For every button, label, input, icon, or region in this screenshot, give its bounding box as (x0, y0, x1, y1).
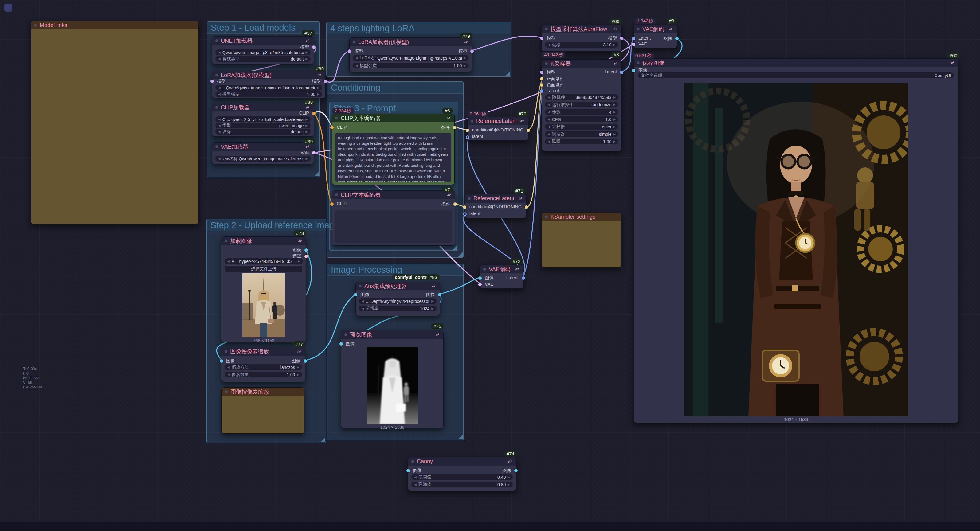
input-port-negative[interactable] (540, 83, 544, 87)
node-reference-latent-71[interactable]: ReferenceLatent conditioning CONDITIONIN… (465, 194, 527, 218)
node-header[interactable]: 保存图像 (634, 59, 958, 67)
input-port-positive[interactable] (540, 77, 544, 81)
input-port-conditioning[interactable] (463, 205, 466, 209)
increment-arrow[interactable]: ▶ (305, 51, 308, 54)
collapse-dot[interactable] (411, 460, 414, 463)
widget-scheduler[interactable]: ◀ 调度器 simple ▶ (545, 131, 619, 137)
decrement-arrow[interactable]: ◀ (548, 132, 550, 136)
collapse-dot[interactable] (215, 106, 218, 109)
widget-cfg[interactable]: ◀ CFG 1.0 ▶ (545, 116, 619, 122)
output-port-image[interactable] (438, 293, 441, 296)
group-resize-handle[interactable] (314, 172, 319, 176)
collapse-dot[interactable] (483, 268, 486, 270)
node-header[interactable]: Canny (408, 457, 516, 466)
input-port-image[interactable] (339, 342, 343, 345)
node-lora-loader-79[interactable]: LoRA加载器(仅模型) 模型 模型 ◀ LoRA名称 Qwen\Qwen-Im… (349, 38, 472, 72)
prompt-textarea[interactable]: a tough and elegant woman with natural l… (335, 133, 451, 181)
collapse-dot[interactable] (468, 197, 471, 200)
widget-strength[interactable]: ◀ 模型强度 1.00 ▶ (215, 91, 322, 97)
node-header[interactable]: ReferenceLatent (465, 194, 526, 203)
increment-arrow[interactable]: ▶ (613, 95, 616, 99)
decrement-arrow[interactable]: ◀ (218, 130, 221, 133)
note-scale-image[interactable]: 图像按像素缩放 (221, 387, 304, 434)
collapse-dot[interactable] (545, 62, 548, 65)
widget-strength[interactable]: ◀ 模型强度 1.00 ▶ (353, 63, 469, 68)
collapse-dot[interactable] (344, 333, 347, 336)
output-port-model[interactable] (470, 49, 474, 53)
decrement-arrow[interactable]: ◀ (414, 475, 417, 479)
increment-arrow[interactable]: ▶ (305, 157, 308, 160)
note-header[interactable]: 图像按像素缩放 (222, 388, 304, 396)
decrement-arrow[interactable]: ◀ (548, 43, 550, 46)
widget-high-threshold[interactable]: ◀ 高阈值 0.80 ▶ (411, 482, 513, 487)
node-header[interactable]: VAE编码 (480, 265, 523, 273)
node-lora-loader-69[interactable]: LoRA加载器(仅模型) 模型 模型 ◀ .. Qwen\qwen_image_… (212, 71, 326, 98)
collapse-dot[interactable] (637, 28, 640, 30)
note-model-links[interactable]: Model links (31, 21, 199, 224)
output-port-image[interactable] (514, 469, 518, 472)
node-header[interactable]: CLIP文本编码器 (332, 114, 454, 122)
widget-clip-name[interactable]: ◀ C ... qwen_2.5_vl_7b_fp8_scaled.safete… (215, 116, 310, 122)
decrement-arrow[interactable]: ◀ (218, 92, 221, 96)
widget-lora-name[interactable]: ◀ LoRA名称 Qwen\Qwen-Image-Lightning-4step… (353, 55, 469, 61)
increment-arrow[interactable]: ▶ (613, 110, 616, 114)
collapse-dot[interactable] (359, 285, 361, 288)
widget-vae-name[interactable]: ◀ vae名称 Qwen\qwen_image_vae.safetensors … (215, 156, 310, 162)
input-port-clip[interactable] (330, 202, 334, 206)
decrement-arrow[interactable]: ◀ (228, 259, 230, 263)
decrement-arrow[interactable]: ◀ (548, 103, 550, 106)
output-port-latent[interactable] (620, 71, 623, 74)
output-port-conditioning[interactable] (453, 126, 456, 129)
output-port-vae[interactable] (312, 151, 315, 154)
output-port-image[interactable] (304, 248, 308, 252)
node-header[interactable]: VAE加载器 (212, 143, 313, 151)
input-port-latent[interactable] (540, 89, 544, 93)
widget-lora-name[interactable]: ◀ .. Qwen\qwen_image_union_diffsynth_lor… (215, 85, 322, 91)
input-port-model[interactable] (540, 71, 544, 74)
node-clip-text-encode-negative[interactable]: CLIP文本编码器 CLIP 条件 (332, 191, 455, 246)
output-port-conditioning[interactable] (527, 129, 530, 132)
node-clip-text-encode-positive[interactable]: CLIP文本编码器 CLIP 条件 a tough and elegant wo… (332, 114, 455, 185)
output-port-clip[interactable] (312, 112, 315, 115)
node-header[interactable]: 模型采样算法AuraFlow (542, 25, 622, 33)
decrement-arrow[interactable]: ◀ (548, 110, 550, 114)
node-header[interactable]: CLIP文本编码器 (332, 191, 455, 199)
group-resize-handle[interactable] (458, 252, 463, 257)
output-port-model[interactable] (324, 79, 327, 83)
widget-upscale-method[interactable]: ◀ 缩放方法 lanczos ▶ (224, 364, 302, 370)
input-port-model[interactable] (348, 49, 351, 53)
decrement-arrow[interactable]: ◀ (218, 57, 221, 60)
node-header[interactable]: 加载图像 (221, 237, 306, 245)
increment-arrow[interactable]: ▶ (305, 118, 308, 121)
decrement-arrow[interactable]: ◀ (548, 95, 550, 99)
decrement-arrow[interactable]: ◀ (228, 366, 230, 369)
node-unet-loader[interactable]: UNET加载器 模型 ◀ Qwen\qwen_image_fp8_e4m3fn.… (212, 36, 314, 65)
note-ksampler-settings[interactable]: KSampler settings (542, 213, 621, 268)
comfyui-logo-button[interactable] (4, 4, 12, 12)
widget-preprocessor[interactable]: ◀ ... DepthAnythingV2Preprocessor ▶ (359, 298, 436, 304)
input-port-latent[interactable] (463, 212, 467, 216)
node-canny[interactable]: Canny 图像 图像 ◀ 低阈值 0.40 ▶ ◀ 高阈值 0.80 ▶ (408, 457, 516, 491)
increment-arrow[interactable]: ▶ (613, 103, 616, 106)
widget-device[interactable]: ◀ 设备 default ▶ (215, 129, 310, 135)
increment-arrow[interactable]: ▶ (508, 483, 510, 486)
node-vae-loader[interactable]: VAE加载器 VAE ◀ vae名称 Qwen\qwen_image_vae.s… (212, 142, 314, 164)
collapse-dot[interactable] (224, 350, 228, 353)
note-header[interactable]: KSampler settings (542, 213, 621, 221)
node-clip-loader[interactable]: CLIP加载器 CLIP ◀ C ... qwen_2.5_vl_7b_fp8_… (212, 103, 314, 137)
node-reference-latent-70[interactable]: ReferenceLatent conditioning CONDITIONIN… (467, 117, 528, 141)
widget-megapixels[interactable]: ◀ 像素数量 1.00 ▶ (224, 372, 302, 377)
node-header[interactable]: Aux集成预处理器 (356, 282, 440, 290)
upload-file-button[interactable]: 选择文件上传 (225, 266, 302, 272)
node-vae-encode[interactable]: VAE编码 图像 Latent VAE (480, 265, 523, 289)
group-conditioning-header[interactable]: Conditioning (327, 82, 463, 94)
increment-arrow[interactable]: ▶ (305, 57, 308, 60)
group-resize-handle[interactable] (321, 437, 325, 442)
node-header[interactable]: ReferenceLatent (468, 117, 528, 125)
collapse-dot[interactable] (545, 28, 548, 30)
increment-arrow[interactable]: ▶ (464, 56, 466, 60)
increment-arrow[interactable]: ▶ (298, 259, 300, 263)
increment-arrow[interactable]: ▶ (613, 125, 616, 128)
collapse-dot[interactable] (335, 194, 338, 196)
input-port-model[interactable] (210, 79, 214, 83)
